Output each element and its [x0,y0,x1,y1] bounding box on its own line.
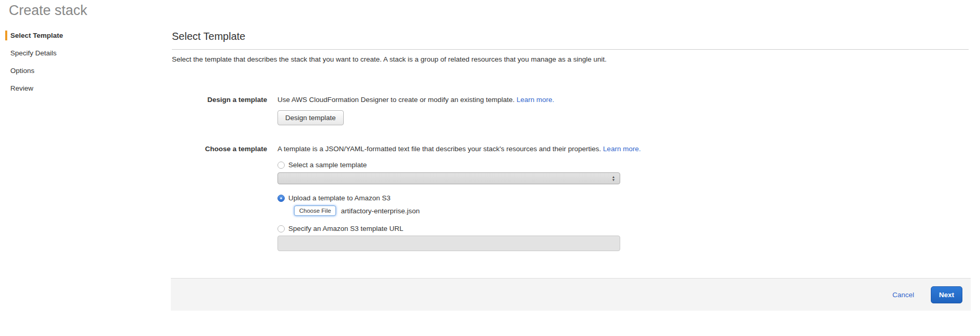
content-heading: Select Template [172,30,969,43]
wizard-sidebar: Select Template Specify Details Options … [5,29,135,99]
content-description: Select the template that describes the s… [172,55,969,64]
upload-template-radio[interactable] [277,195,285,202]
sample-template-radio[interactable] [277,162,285,169]
upload-template-radio-label[interactable]: Upload a template to Amazon S3 [288,194,390,202]
select-stepper-icon: ▲▼ [610,173,617,183]
design-template-section: Design a template Use AWS CloudFormation… [172,96,969,125]
sidebar-item-label: Specify Details [10,49,56,57]
sidebar-item-label: Review [10,84,33,92]
design-learn-more-link[interactable]: Learn more. [517,96,554,104]
sidebar-item-select-template[interactable]: Select Template [5,29,135,42]
create-stack-page: Create stack Select Template Specify Det… [0,0,980,336]
cancel-link[interactable]: Cancel [893,291,914,299]
sample-template-option: Select a sample template [277,161,969,169]
design-template-button[interactable]: Design template [277,110,344,125]
choose-template-section: Choose a template A template is a JSON/Y… [172,145,969,251]
design-template-text: Use AWS CloudFormation Designer to creat… [277,96,969,104]
choose-template-label: Choose a template [172,145,267,153]
sidebar-item-options[interactable]: Options [5,64,135,77]
choose-learn-more-link[interactable]: Learn more. [603,145,641,153]
s3-url-option: Specify an Amazon S3 template URL [277,225,969,232]
page-title: Create stack [9,2,87,19]
sidebar-item-label: Select Template [10,32,63,39]
choose-template-text: A template is a JSON/YAML-formatted text… [277,145,969,153]
wizard-footer: Cancel Next [171,278,971,311]
uploaded-file-name: artifactory-enterprise.json [341,207,419,215]
next-button[interactable]: Next [931,286,962,303]
heading-divider [172,49,969,50]
file-upload-row: Choose File artifactory-enterprise.json [294,206,969,216]
design-template-label: Design a template [172,96,267,104]
sidebar-item-review[interactable]: Review [5,82,135,95]
sample-template-select[interactable]: ▲▼ [277,172,620,184]
upload-template-option: Upload a template to Amazon S3 [277,194,969,202]
s3-url-radio[interactable] [277,225,285,232]
main-content: Select Template Select the template that… [172,0,969,251]
s3-url-input[interactable] [277,236,620,251]
choose-file-button[interactable]: Choose File [294,206,336,216]
active-step-marker [5,31,7,40]
sidebar-item-specify-details[interactable]: Specify Details [5,47,135,60]
sidebar-item-label: Options [10,67,35,75]
sample-template-radio-label[interactable]: Select a sample template [288,161,367,169]
s3-url-radio-label[interactable]: Specify an Amazon S3 template URL [288,225,403,232]
